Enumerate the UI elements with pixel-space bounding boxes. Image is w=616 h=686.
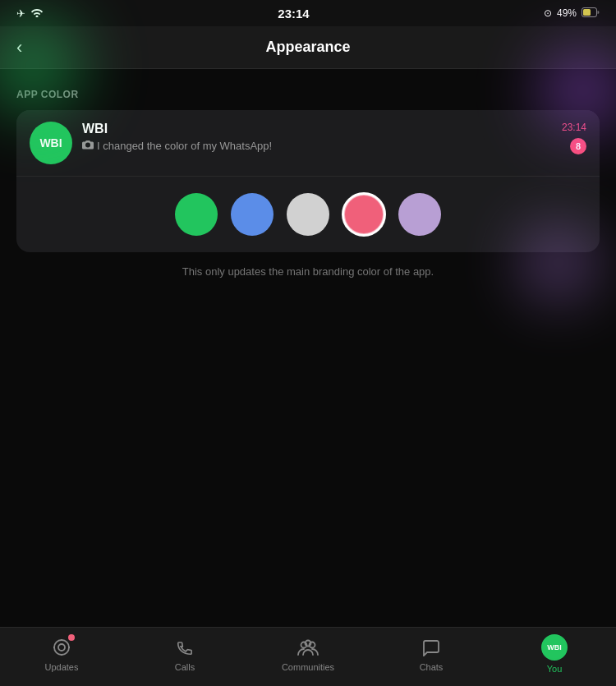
svg-point-2 — [54, 640, 69, 655]
svg-rect-1 — [583, 9, 591, 16]
chat-meta: 23:14 8 — [562, 122, 586, 154]
swatch-lavender[interactable] — [398, 193, 441, 236]
nav-label-communities: Communities — [282, 662, 334, 672]
section-label-app-color: APP COLOR — [16, 89, 600, 100]
chat-info: WBI I changed the color of my WhatsApp! — [82, 122, 552, 152]
at-icon: ⊙ — [544, 7, 552, 19]
you-avatar: WBI — [541, 634, 568, 661]
swatch-green[interactable] — [175, 193, 218, 236]
color-swatches — [16, 177, 600, 236]
swatch-pink[interactable] — [342, 193, 385, 236]
chat-time: 23:14 — [562, 122, 586, 133]
calls-icon — [173, 636, 196, 659]
status-right: ⊙ 49% — [544, 7, 600, 20]
chat-message: I changed the color of my WhatsApp! — [82, 140, 552, 152]
bottom-nav: Updates Calls Communities Chats — [0, 627, 616, 686]
battery-pct: 49% — [557, 7, 577, 19]
nav-label-calls: Calls — [175, 662, 195, 672]
main-content: APP COLOR WBI WBI I changed the color of… — [0, 69, 616, 627]
airplane-icon: ✈ — [16, 7, 25, 20]
swatch-white[interactable] — [287, 193, 329, 236]
nav-label-updates: Updates — [45, 662, 79, 672]
chats-icon — [420, 636, 443, 659]
chat-preview: WBI WBI I changed the color of my WhatsA… — [16, 110, 600, 177]
page-title: Appearance — [41, 39, 575, 56]
wbi-avatar: WBI — [30, 122, 72, 164]
nav-label-you: You — [547, 664, 563, 674]
updates-icon — [50, 636, 73, 659]
nav-item-communities[interactable]: Communities — [246, 636, 370, 672]
unread-badge: 8 — [570, 138, 586, 154]
wifi-icon — [30, 7, 44, 20]
nav-item-chats[interactable]: Chats — [370, 636, 493, 672]
back-button[interactable]: ‹ — [16, 37, 41, 58]
status-time: 23:14 — [278, 7, 309, 21]
communities-icon — [297, 636, 319, 659]
chat-name: WBI — [82, 122, 552, 136]
nav-label-chats: Chats — [420, 662, 444, 672]
nav-item-you[interactable]: WBI You — [493, 634, 616, 674]
color-card: WBI WBI I changed the color of my WhatsA… — [16, 110, 600, 252]
nav-item-calls[interactable]: Calls — [123, 636, 246, 672]
header: ‹ Appearance — [0, 26, 616, 69]
battery-icon — [582, 7, 600, 20]
status-left: ✈ — [16, 7, 44, 20]
status-bar: ✈ 23:14 ⊙ 49% — [0, 0, 616, 26]
svg-point-3 — [58, 644, 65, 651]
swatch-blue[interactable] — [231, 193, 274, 236]
nav-item-updates[interactable]: Updates — [0, 636, 123, 672]
camera-icon-small — [82, 140, 94, 152]
color-note: This only updates the main branding colo… — [16, 265, 600, 278]
